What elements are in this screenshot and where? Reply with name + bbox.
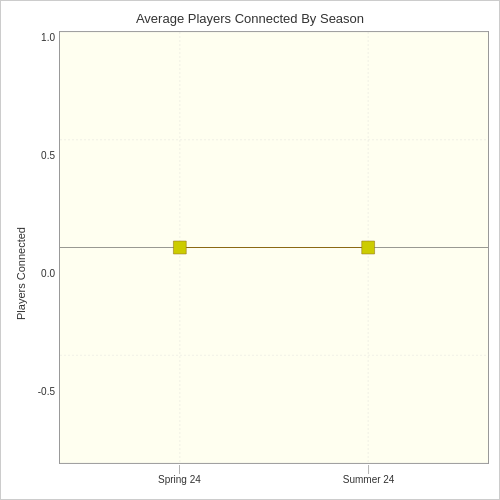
plot-area <box>59 31 489 464</box>
x-axis-ticks: | Spring 24 | Summer 24 <box>59 464 489 500</box>
svg-rect-9 <box>362 241 375 254</box>
x-tick-spring24-line: | <box>178 464 180 474</box>
y-axis-label: Players Connected <box>11 31 27 500</box>
chart-container: Average Players Connected By Season Play… <box>0 0 500 500</box>
x-tick-summer24-line: | <box>367 464 369 474</box>
chart-inner: Players Connected 1.0 0.5 0.0 -0.5 -1.0 <box>11 31 489 500</box>
svg-rect-8 <box>173 241 186 254</box>
chart-title: Average Players Connected By Season <box>136 11 364 26</box>
x-tick-summer24: | Summer 24 <box>343 464 395 485</box>
y-tick-1.0: 1.0 <box>27 32 55 43</box>
x-tick-spring24: | Spring 24 <box>158 464 201 485</box>
plot-svg <box>60 32 488 463</box>
chart-area-wrapper: | Spring 24 | Summer 24 Season <box>59 31 489 500</box>
y-tick-labels: 1.0 0.5 0.0 -0.5 -1.0 <box>27 31 59 500</box>
y-tick-0.5: 0.5 <box>27 150 55 161</box>
y-tick--0.5: -0.5 <box>27 386 55 397</box>
x-tick-spring24-label: Spring 24 <box>158 474 201 485</box>
y-tick-0.0: 0.0 <box>27 268 55 279</box>
x-tick-summer24-label: Summer 24 <box>343 474 395 485</box>
